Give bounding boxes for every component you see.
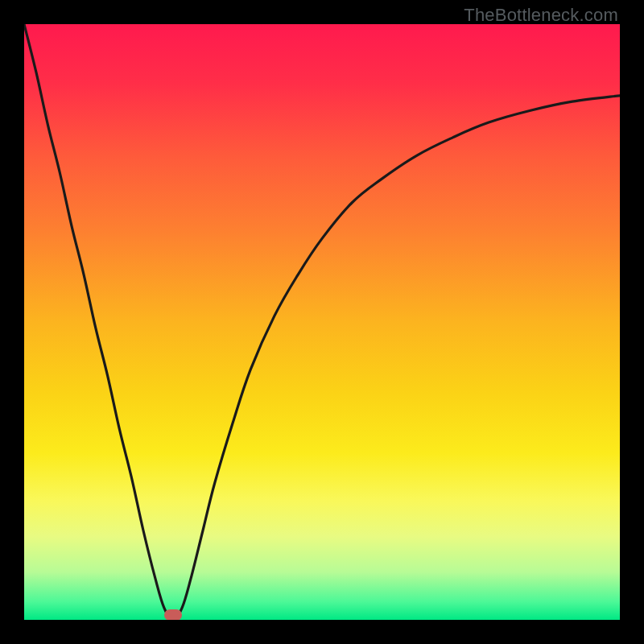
- optimal-point-marker: [164, 609, 182, 620]
- watermark-text: TheBottleneck.com: [464, 5, 618, 26]
- chart-frame: TheBottleneck.com: [0, 0, 644, 644]
- plot-area: [24, 24, 620, 620]
- bottleneck-curve: [24, 24, 620, 620]
